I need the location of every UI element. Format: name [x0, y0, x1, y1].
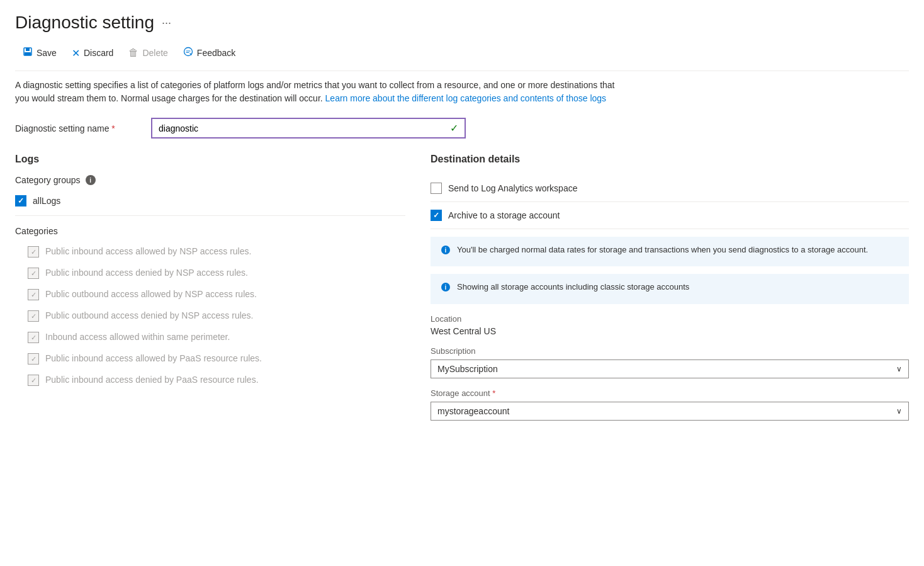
category-item-1: ✓ Public inbound access denied by NSP ac…	[15, 265, 405, 281]
allLogs-row: ✓ allLogs	[15, 193, 405, 209]
discard-button[interactable]: ✕ Discard	[64, 43, 121, 63]
info-box-1-icon: i	[441, 245, 451, 259]
categories-section: Categories ✓ Public inbound access allow…	[15, 226, 405, 388]
category-groups-text: Category groups	[15, 175, 81, 185]
allLogs-checkbox[interactable]: ✓	[15, 195, 26, 207]
info-box-1-text: You'll be charged normal data rates for …	[457, 244, 868, 256]
storage-required-indicator: *	[492, 388, 495, 398]
category-label-0: Public inbound access allowed by NSP acc…	[45, 246, 251, 256]
subscription-section: Subscription MySubscription ∨	[431, 346, 909, 378]
allLogs-check-mark: ✓	[18, 196, 24, 205]
category-item-6: ✓ Public inbound access denied by PaaS r…	[15, 372, 405, 388]
archive-check: ✓	[433, 211, 439, 220]
category-checkbox-1[interactable]: ✓	[28, 268, 39, 279]
save-label: Save	[37, 48, 57, 58]
location-section: Location West Central US	[431, 314, 909, 336]
category-item-4: ✓ Inbound access allowed within same per…	[15, 329, 405, 346]
form-row: Diagnostic setting name * ✓	[15, 118, 909, 139]
subscription-dropdown[interactable]: MySubscription ∨	[431, 359, 909, 378]
category-check-1: ✓	[31, 269, 37, 278]
location-value: West Central US	[431, 326, 909, 336]
category-item-3: ✓ Public outbound access denied by NSP a…	[15, 308, 405, 324]
log-analytics-row: Send to Log Analytics workspace	[431, 175, 909, 202]
category-label-4: Inbound access allowed within same perim…	[45, 332, 230, 342]
storage-label-row: Storage account *	[431, 388, 909, 398]
category-groups-info-icon[interactable]: i	[86, 175, 96, 185]
subscription-label: Subscription	[431, 346, 909, 356]
info-box-2: i Showing all storage accounts including…	[431, 274, 909, 303]
category-item-5: ✓ Public inbound access allowed by PaaS …	[15, 351, 405, 367]
storage-label-text: Storage account	[431, 388, 490, 398]
description: A diagnostic setting specifies a list of…	[15, 79, 619, 105]
name-input[interactable]	[159, 123, 450, 133]
name-label: Diagnostic setting name *	[15, 123, 141, 133]
discard-icon: ✕	[72, 47, 80, 59]
category-groups: Category groups i ✓ allLogs	[15, 175, 405, 209]
category-checkbox-6[interactable]: ✓	[28, 375, 39, 386]
storage-arrow: ∨	[896, 407, 902, 416]
category-label-1: Public inbound access denied by NSP acce…	[45, 268, 248, 278]
main-layout: Logs Category groups i ✓ allLogs Categor…	[15, 154, 909, 431]
archive-label: Archive to a storage account	[448, 210, 560, 220]
title-text: Diagnostic setting	[15, 13, 154, 33]
category-check-5: ✓	[31, 355, 37, 363]
category-checkbox-3[interactable]: ✓	[28, 310, 39, 322]
log-analytics-checkbox[interactable]	[431, 183, 442, 194]
category-check-2: ✓	[31, 291, 37, 299]
category-label-2: Public outbound access allowed by NSP ac…	[45, 289, 257, 299]
name-input-wrapper[interactable]: ✓	[151, 118, 466, 139]
storage-section: Storage account * mystorageaccount ∨	[431, 388, 909, 421]
toolbar: Save ✕ Discard 🗑 Delete Feedback	[15, 43, 909, 71]
save-icon	[23, 47, 33, 59]
title-ellipsis[interactable]: ···	[162, 16, 171, 30]
archive-checkbox[interactable]: ✓	[431, 210, 442, 221]
category-check-4: ✓	[31, 334, 37, 342]
learn-more-link[interactable]: Learn more about the different log categ…	[325, 93, 606, 103]
svg-text:i: i	[445, 284, 447, 291]
info-box-1: i You'll be charged normal data rates fo…	[431, 237, 909, 266]
svg-text:i: i	[445, 247, 447, 254]
category-checkbox-4[interactable]: ✓	[28, 332, 39, 343]
category-checkbox-2[interactable]: ✓	[28, 289, 39, 300]
storage-value: mystorageaccount	[437, 406, 509, 416]
subscription-value: MySubscription	[437, 364, 498, 374]
destination-title: Destination details	[431, 154, 909, 165]
svg-rect-1	[26, 48, 30, 51]
category-checkbox-0[interactable]: ✓	[28, 246, 39, 258]
categories-label: Categories	[15, 226, 405, 236]
delete-label: Delete	[142, 48, 167, 58]
category-item-0: ✓ Public inbound access allowed by NSP a…	[15, 244, 405, 260]
svg-rect-2	[25, 52, 31, 55]
category-groups-label: Category groups i	[15, 175, 405, 185]
logs-title: Logs	[15, 154, 405, 165]
divider-categories	[15, 215, 405, 216]
info-box-2-text: Showing all storage accounts including c…	[457, 281, 689, 293]
logs-section: Logs Category groups i ✓ allLogs Categor…	[15, 154, 405, 388]
save-button[interactable]: Save	[15, 43, 64, 63]
subscription-arrow: ∨	[896, 365, 902, 373]
allLogs-label: allLogs	[33, 196, 60, 206]
category-check-3: ✓	[31, 312, 37, 320]
category-checkbox-5[interactable]: ✓	[28, 353, 39, 365]
feedback-button[interactable]: Feedback	[176, 43, 243, 63]
archive-row: ✓ Archive to a storage account	[431, 202, 909, 229]
info-box-2-icon: i	[441, 282, 451, 296]
input-valid-icon: ✓	[450, 122, 458, 134]
page-title: Diagnostic setting ···	[15, 13, 909, 33]
required-indicator: *	[111, 123, 115, 133]
storage-dropdown[interactable]: mystorageaccount ∨	[431, 402, 909, 421]
delete-button[interactable]: 🗑 Delete	[121, 43, 175, 62]
discard-label: Discard	[84, 48, 113, 58]
right-panel: Destination details Send to Log Analytic…	[431, 154, 909, 431]
category-label-5: Public inbound access allowed by PaaS re…	[45, 353, 262, 363]
category-label-6: Public inbound access denied by PaaS res…	[45, 375, 259, 385]
feedback-label: Feedback	[197, 48, 235, 58]
log-analytics-label: Send to Log Analytics workspace	[448, 183, 577, 193]
feedback-icon	[183, 47, 193, 59]
location-label: Location	[431, 314, 909, 324]
category-check-6: ✓	[31, 376, 37, 385]
left-panel: Logs Category groups i ✓ allLogs Categor…	[15, 154, 405, 431]
category-item-2: ✓ Public outbound access allowed by NSP …	[15, 286, 405, 303]
category-check-0: ✓	[31, 248, 37, 256]
delete-icon: 🗑	[128, 47, 138, 59]
